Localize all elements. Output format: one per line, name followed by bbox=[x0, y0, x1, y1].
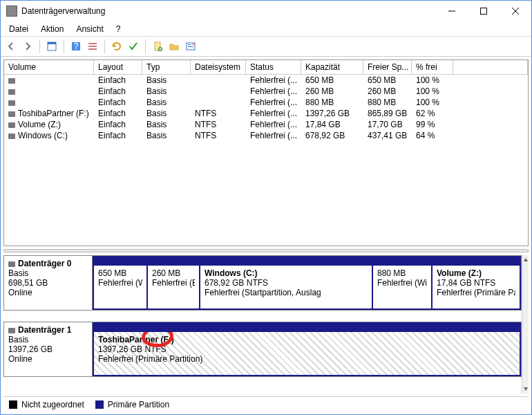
svg-rect-6 bbox=[88, 46, 97, 47]
refresh-button[interactable] bbox=[109, 39, 124, 54]
table-row[interactable]: EinfachBasisFehlerfrei (...650 MB650 MB1… bbox=[4, 75, 528, 86]
table-row[interactable]: Windows (C:)EinfachBasisNTFSFehlerfrei (… bbox=[4, 130, 528, 141]
view-list-button[interactable] bbox=[85, 39, 100, 54]
table-row[interactable]: EinfachBasisFehlerfrei (...880 MB880 MB1… bbox=[4, 97, 528, 108]
columns-button[interactable] bbox=[44, 39, 59, 54]
svg-rect-7 bbox=[88, 48, 97, 50]
scrollbar[interactable] bbox=[522, 255, 529, 394]
partition[interactable]: Windows (C:)678,92 GB NTFSFehlerfrei (St… bbox=[200, 256, 373, 310]
col-type[interactable]: Typ bbox=[142, 60, 191, 75]
menubar: Datei Aktion Ansicht ? bbox=[1, 21, 531, 37]
legend-primary: Primäre Partition bbox=[95, 400, 169, 409]
minimize-button[interactable] bbox=[436, 1, 468, 21]
splitter[interactable] bbox=[3, 249, 529, 252]
table-row[interactable]: EinfachBasisFehlerfrei (...260 MB260 MB1… bbox=[4, 86, 528, 97]
col-pctfree[interactable]: % frei bbox=[412, 60, 453, 75]
volume-icon bbox=[8, 78, 15, 84]
window-title: Datenträgerverwaltung bbox=[21, 6, 436, 16]
volume-list[interactable]: Volume Layout Typ Dateisystem Status Kap… bbox=[3, 59, 529, 246]
svg-rect-0 bbox=[481, 8, 487, 15]
folder-button[interactable] bbox=[167, 39, 182, 54]
back-button[interactable] bbox=[3, 39, 19, 54]
volume-icon bbox=[8, 111, 15, 117]
menu-help[interactable]: ? bbox=[111, 23, 126, 35]
col-free[interactable]: Freier Sp... bbox=[363, 60, 412, 75]
menu-file[interactable]: Datei bbox=[3, 23, 34, 35]
menu-action[interactable]: Aktion bbox=[35, 23, 69, 35]
col-capacity[interactable]: Kapazität bbox=[301, 60, 363, 75]
help-button[interactable]: ? bbox=[68, 39, 84, 54]
col-layout[interactable]: Layout bbox=[94, 60, 142, 75]
col-fs[interactable]: Dateisystem bbox=[191, 60, 246, 75]
volume-icon bbox=[8, 89, 15, 95]
apply-button[interactable] bbox=[126, 39, 141, 54]
table-row[interactable]: ToshibaPartner (F:)EinfachBasisNTFSFehle… bbox=[4, 108, 528, 119]
volume-icon bbox=[8, 100, 15, 106]
volume-icon bbox=[8, 122, 15, 128]
partition[interactable]: 880 MBFehlerfrei (Wie bbox=[373, 256, 433, 310]
titlebar[interactable]: Datenträgerverwaltung bbox=[1, 1, 531, 21]
legend-unallocated: Nicht zugeordnet bbox=[9, 400, 84, 409]
partition[interactable]: 650 MBFehlerfrei (Wie bbox=[93, 256, 148, 310]
col-volume[interactable]: Volume bbox=[4, 60, 94, 75]
svg-text:?: ? bbox=[74, 42, 79, 51]
col-status[interactable]: Status bbox=[246, 60, 301, 75]
partition[interactable]: Volume (Z:)17,84 GB NTFSFehlerfrei (Prim… bbox=[433, 256, 521, 310]
disk-label[interactable]: Datenträger 1Basis1397,26 GBOnline bbox=[4, 322, 93, 376]
disk-management-window: Datenträgerverwaltung Datei Aktion Ansic… bbox=[0, 0, 532, 415]
disk-block: Datenträger 1Basis1397,26 GBOnlineToshib… bbox=[3, 322, 522, 377]
svg-rect-12 bbox=[188, 46, 193, 47]
app-icon bbox=[6, 6, 17, 17]
partition[interactable]: 260 MBFehlerfrei (E bbox=[148, 256, 200, 310]
close-button[interactable] bbox=[500, 1, 531, 21]
disk-label[interactable]: Datenträger 0Basis698,51 GBOnline bbox=[4, 256, 93, 310]
svg-rect-2 bbox=[48, 42, 56, 44]
volume-icon bbox=[8, 133, 15, 139]
properties-button[interactable] bbox=[183, 39, 198, 54]
svg-rect-5 bbox=[88, 43, 97, 44]
svg-rect-11 bbox=[188, 44, 191, 45]
disk-graphic-pane: Datenträger 0Basis698,51 GBOnline650 MBF… bbox=[3, 255, 529, 394]
col-spacer bbox=[453, 60, 528, 75]
new-button[interactable] bbox=[150, 39, 165, 54]
table-row[interactable]: Volume (Z:)EinfachBasisNTFSFehlerfrei (.… bbox=[4, 119, 528, 130]
maximize-button[interactable] bbox=[468, 1, 500, 21]
legend: Nicht zugeordnet Primäre Partition bbox=[3, 396, 529, 412]
column-headers[interactable]: Volume Layout Typ Dateisystem Status Kap… bbox=[4, 60, 528, 75]
forward-button[interactable] bbox=[20, 39, 35, 54]
toolbar: ? bbox=[1, 37, 531, 56]
partition[interactable]: ToshibaPartner (F:)1397,26 GB NTFSFehler… bbox=[93, 322, 521, 376]
disk-block: Datenträger 0Basis698,51 GBOnline650 MBF… bbox=[3, 255, 522, 311]
menu-view[interactable]: Ansicht bbox=[70, 23, 108, 35]
